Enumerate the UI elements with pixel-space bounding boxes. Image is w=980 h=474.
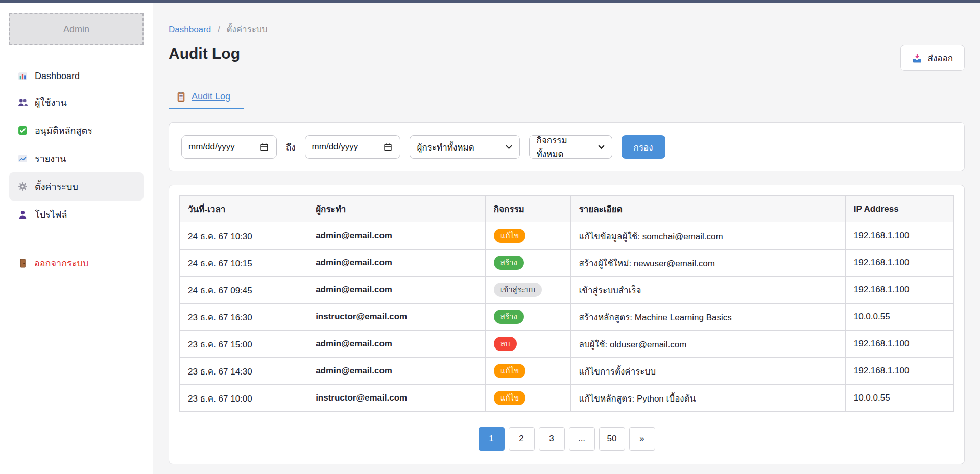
filter-button[interactable]: กรอง xyxy=(622,135,665,159)
cell-datetime: 23 ธ.ค. 67 16:30 xyxy=(180,304,307,331)
column-header: วันที่-เวลา xyxy=(180,196,307,222)
cell-datetime: 24 ธ.ค. 67 10:15 xyxy=(180,250,307,277)
cell-ip-address: 192.168.1.100 xyxy=(845,277,953,304)
actor-select-value: ผู้กระทำทั้งหมด xyxy=(417,140,474,154)
table-row: 23 ธ.ค. 67 16:30instructor@email.comสร้า… xyxy=(180,304,954,331)
table-header-row: วันที่-เวลาผู้กระทำกิจกรรมรายละเอียดIP A… xyxy=(180,196,954,222)
sidebar-item-users[interactable]: ผู้ใช้งาน xyxy=(9,88,144,116)
cell-activity: เข้าสู่ระบบ xyxy=(485,277,570,304)
pagination-page-...[interactable]: ... xyxy=(569,427,595,451)
chevron-down-icon xyxy=(500,142,512,152)
app-layout: Admin Dashboardผู้ใช้งานอนุมัติหลักสูตรร… xyxy=(0,3,980,474)
table-body: 24 ธ.ค. 67 10:30admin@email.comแก้ไขแก้ไ… xyxy=(180,222,954,412)
cell-ip-address: 192.168.1.100 xyxy=(845,222,953,250)
tabs-bar: Audit Log xyxy=(169,91,965,109)
activity-badge-create: สร้าง xyxy=(494,310,524,324)
cell-activity: แก้ไข xyxy=(485,358,570,385)
breadcrumb-dashboard-link[interactable]: Dashboard xyxy=(169,24,211,34)
activity-select-value: กิจกรรมทั้งหมด xyxy=(537,133,593,161)
cell-activity: สร้าง xyxy=(485,304,570,331)
activity-badge-edit: แก้ไข xyxy=(494,391,526,405)
sidebar-item-dashboard[interactable]: Dashboard xyxy=(9,64,144,88)
sidebar-item-label: โปรไฟล์ xyxy=(35,207,67,222)
export-tray-icon xyxy=(912,53,923,63)
export-button-label: ส่งออก xyxy=(928,51,953,65)
activity-badge-edit: แก้ไข xyxy=(494,229,526,243)
sidebar: Admin Dashboardผู้ใช้งานอนุมัติหลักสูตรร… xyxy=(0,3,153,474)
main-content: Dashboard / ตั้งค่าระบบ Audit Log ส่งออก… xyxy=(153,3,980,474)
filter-panel: mm/dd/yyyy ถึง mm/dd/yyyy ผู้กระทำทั้งหม… xyxy=(169,122,965,171)
activity-badge-create: สร้าง xyxy=(494,256,524,270)
date-to-value: mm/dd/yyyy xyxy=(312,142,358,152)
breadcrumb: Dashboard / ตั้งค่าระบบ xyxy=(169,22,965,36)
date-from-input[interactable]: mm/dd/yyyy xyxy=(181,135,277,159)
pagination: 123...50» xyxy=(179,427,954,451)
cell-datetime: 23 ธ.ค. 67 14:30 xyxy=(180,358,307,385)
logout-link[interactable]: ออกจากระบบ xyxy=(9,253,144,273)
pagination-page-3[interactable]: 3 xyxy=(539,427,565,451)
cell-activity: ลบ xyxy=(485,331,570,358)
table-row: 24 ธ.ค. 67 09:45admin@email.comเข้าสู่ระ… xyxy=(180,277,954,304)
pagination-page-50[interactable]: 50 xyxy=(599,427,625,451)
admin-logo-placeholder: Admin xyxy=(9,13,144,45)
tab-audit-log-label: Audit Log xyxy=(192,91,230,102)
cell-detail: เข้าสู่ระบบสำเร็จ xyxy=(570,277,845,304)
column-header: IP Address xyxy=(845,196,953,222)
cell-ip-address: 10.0.0.55 xyxy=(845,304,953,331)
table-row: 23 ธ.ค. 67 10:00instructor@email.comแก้ไ… xyxy=(180,385,954,412)
table-row: 23 ธ.ค. 67 15:00admin@email.comลบลบผู้ใช… xyxy=(180,331,954,358)
activity-select[interactable]: กิจกรรมทั้งหมด xyxy=(529,135,612,159)
column-header: ผู้กระทำ xyxy=(307,196,486,222)
chevron-down-icon xyxy=(593,142,605,152)
cell-activity: แก้ไข xyxy=(485,222,570,250)
cell-actor: admin@email.com xyxy=(307,250,486,277)
cell-actor: instructor@email.com xyxy=(307,385,486,412)
cell-detail: สร้างหลักสูตร: Machine Learning Basics xyxy=(570,304,845,331)
cell-ip-address: 192.168.1.100 xyxy=(845,331,953,358)
sidebar-item-label: Dashboard xyxy=(35,71,80,82)
cell-datetime: 24 ธ.ค. 67 09:45 xyxy=(180,277,307,304)
audit-log-table: วันที่-เวลาผู้กระทำกิจกรรมรายละเอียดIP A… xyxy=(179,195,954,412)
cell-actor: admin@email.com xyxy=(307,277,486,304)
sidebar-divider xyxy=(9,239,144,239)
pagination-next-button[interactable]: » xyxy=(629,427,655,451)
export-button[interactable]: ส่งออก xyxy=(900,45,965,71)
sidebar-item-label: รายงาน xyxy=(35,151,66,166)
cell-ip-address: 192.168.1.100 xyxy=(845,358,953,385)
activity-badge-login: เข้าสู่ระบบ xyxy=(494,283,542,297)
activity-badge-delete: ลบ xyxy=(494,337,517,351)
logout-label: ออกจากระบบ xyxy=(34,256,88,270)
line-chart-icon xyxy=(17,153,28,164)
sidebar-item-approve-courses[interactable]: อนุมัติหลักสูตร xyxy=(9,116,144,144)
gear-icon xyxy=(17,181,28,192)
column-header: รายละเอียด xyxy=(570,196,845,222)
sidebar-menu: Dashboardผู้ใช้งานอนุมัติหลักสูตรรายงานต… xyxy=(9,64,144,229)
cell-detail: แก้ไขการตั้งค่าระบบ xyxy=(570,358,845,385)
pagination-page-1[interactable]: 1 xyxy=(479,427,505,451)
date-to-input[interactable]: mm/dd/yyyy xyxy=(305,135,400,159)
calendar-icon[interactable] xyxy=(259,142,270,153)
pagination-page-2[interactable]: 2 xyxy=(509,427,535,451)
cell-actor: admin@email.com xyxy=(307,331,486,358)
title-row: Audit Log ส่งออก xyxy=(169,45,965,71)
sidebar-item-profile[interactable]: โปรไฟล์ xyxy=(9,201,144,229)
sidebar-item-system-settings[interactable]: ตั้งค่าระบบ xyxy=(9,172,144,201)
tab-audit-log[interactable]: Audit Log xyxy=(169,91,244,109)
cell-actor: admin@email.com xyxy=(307,222,486,250)
table-row: 23 ธ.ค. 67 14:30admin@email.comแก้ไขแก้ไ… xyxy=(180,358,954,385)
table-header: วันที่-เวลาผู้กระทำกิจกรรมรายละเอียดIP A… xyxy=(180,196,954,222)
cell-datetime: 24 ธ.ค. 67 10:30 xyxy=(180,222,307,250)
table-row: 24 ธ.ค. 67 10:15admin@email.comสร้างสร้า… xyxy=(180,250,954,277)
cell-datetime: 23 ธ.ค. 67 10:00 xyxy=(180,385,307,412)
actor-select[interactable]: ผู้กระทำทั้งหมด xyxy=(410,135,520,159)
cell-detail: สร้างผู้ใช้ใหม่: newuser@email.com xyxy=(570,250,845,277)
admin-logo-label: Admin xyxy=(63,24,89,35)
sidebar-item-reports[interactable]: รายงาน xyxy=(9,144,144,172)
sidebar-item-label: อนุมัติหลักสูตร xyxy=(35,123,92,138)
page-title: Audit Log xyxy=(169,45,240,62)
cell-activity: สร้าง xyxy=(485,250,570,277)
cell-datetime: 23 ธ.ค. 67 15:00 xyxy=(180,331,307,358)
date-from-value: mm/dd/yyyy xyxy=(188,142,235,152)
sidebar-item-label: ผู้ใช้งาน xyxy=(35,95,67,110)
calendar-icon[interactable] xyxy=(383,142,393,153)
